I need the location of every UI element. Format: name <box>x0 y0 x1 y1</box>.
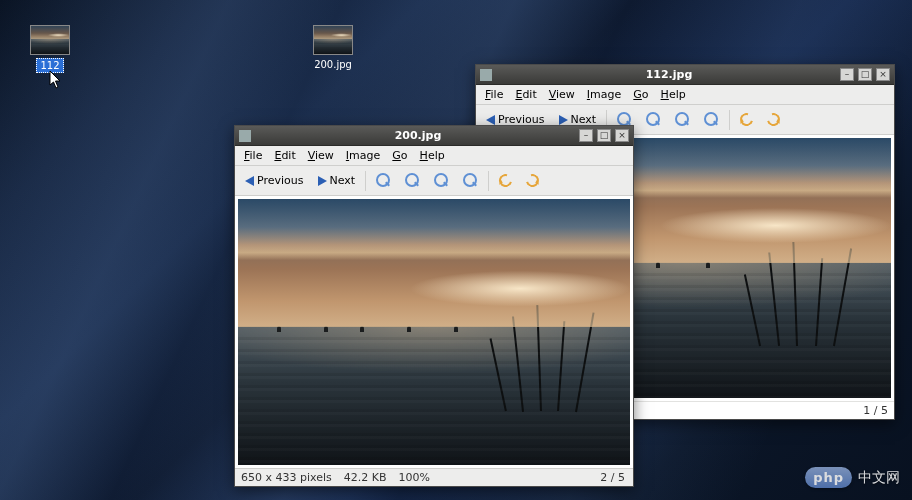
zoom-out-button[interactable] <box>401 171 424 190</box>
zoom-out-button[interactable] <box>642 110 665 129</box>
minimize-button[interactable]: – <box>579 129 593 142</box>
thumbnail-icon <box>313 25 353 55</box>
next-label: Next <box>330 174 356 187</box>
zoom-fit-icon <box>704 112 719 127</box>
desktop-icon-200[interactable]: 200.jpg <box>298 25 368 71</box>
window-title: 112.jpg <box>498 68 840 81</box>
menu-image[interactable]: Image <box>341 147 385 164</box>
menu-view[interactable]: View <box>303 147 339 164</box>
arrow-right-icon <box>318 176 327 186</box>
rotate-left-button[interactable] <box>736 111 757 128</box>
previous-button[interactable]: Previous <box>241 172 308 189</box>
zoom-in-button[interactable] <box>372 171 395 190</box>
menu-image[interactable]: Image <box>582 86 626 103</box>
image-area[interactable] <box>235 196 633 468</box>
titlebar[interactable]: 112.jpg – □ × <box>476 65 894 85</box>
next-button[interactable]: Next <box>314 172 360 189</box>
thumbnail-icon <box>30 25 70 55</box>
arrow-left-icon <box>486 115 495 125</box>
zoom-fit-button[interactable] <box>700 110 723 129</box>
arrow-left-icon <box>245 176 254 186</box>
menu-view[interactable]: View <box>544 86 580 103</box>
maximize-button[interactable]: □ <box>858 68 872 81</box>
rotate-right-button[interactable] <box>763 111 784 128</box>
menu-help[interactable]: Help <box>415 147 450 164</box>
zoom-out-icon <box>646 112 661 127</box>
watermark-text: 中文网 <box>858 469 900 487</box>
separator <box>488 171 489 191</box>
window-title: 200.jpg <box>257 129 579 142</box>
menu-edit[interactable]: Edit <box>510 86 541 103</box>
zoom-100-button[interactable] <box>671 110 694 129</box>
desktop: 112 200.jpg 112.jpg – □ × File Edit View… <box>0 0 912 500</box>
image-viewer-window-200[interactable]: 200.jpg – □ × File Edit View Image Go He… <box>234 125 634 487</box>
zoom-fit-button[interactable] <box>459 171 482 190</box>
menu-help[interactable]: Help <box>656 86 691 103</box>
status-counter: 2 / 5 <box>600 471 627 484</box>
menu-go[interactable]: Go <box>387 147 412 164</box>
menubar: File Edit View Image Go Help <box>476 85 894 105</box>
viewer-body <box>235 196 633 468</box>
app-icon <box>480 69 492 81</box>
maximize-button[interactable]: □ <box>597 129 611 142</box>
rotate-right-icon <box>524 172 542 190</box>
rotate-left-button[interactable] <box>495 172 516 189</box>
zoom-100-icon <box>675 112 690 127</box>
mouse-cursor <box>49 70 63 90</box>
titlebar[interactable]: 200.jpg – □ × <box>235 126 633 146</box>
menu-file[interactable]: File <box>239 147 267 164</box>
watermark-pill: php <box>805 467 852 488</box>
toolbar: Previous Next <box>235 166 633 196</box>
menubar: File Edit View Image Go Help <box>235 146 633 166</box>
displayed-image <box>238 199 630 465</box>
status-zoom: 100% <box>399 471 442 484</box>
rotate-right-button[interactable] <box>522 172 543 189</box>
status-filesize: 42.2 KB <box>344 471 399 484</box>
zoom-100-button[interactable] <box>430 171 453 190</box>
desktop-icon-112[interactable]: 112 <box>15 25 85 73</box>
rotate-right-icon <box>765 111 783 129</box>
app-icon <box>239 130 251 142</box>
status-dimensions: 650 x 433 pixels <box>241 471 344 484</box>
zoom-fit-icon <box>463 173 478 188</box>
separator <box>365 171 366 191</box>
statusbar: 650 x 433 pixels 42.2 KB 100% 2 / 5 <box>235 468 633 486</box>
watermark: php 中文网 <box>805 467 900 488</box>
minimize-button[interactable]: – <box>840 68 854 81</box>
rotate-left-icon <box>738 111 756 129</box>
close-button[interactable]: × <box>615 129 629 142</box>
separator <box>729 110 730 130</box>
close-button[interactable]: × <box>876 68 890 81</box>
previous-label: Previous <box>257 174 304 187</box>
zoom-out-icon <box>405 173 420 188</box>
desktop-icon-label: 200.jpg <box>311 58 355 71</box>
menu-go[interactable]: Go <box>628 86 653 103</box>
menu-file[interactable]: File <box>480 86 508 103</box>
zoom-in-icon <box>376 173 391 188</box>
desktop-icon-label: 112 <box>36 58 63 73</box>
zoom-100-icon <box>434 173 449 188</box>
menu-edit[interactable]: Edit <box>269 147 300 164</box>
arrow-right-icon <box>559 115 568 125</box>
rotate-left-icon <box>497 172 515 190</box>
